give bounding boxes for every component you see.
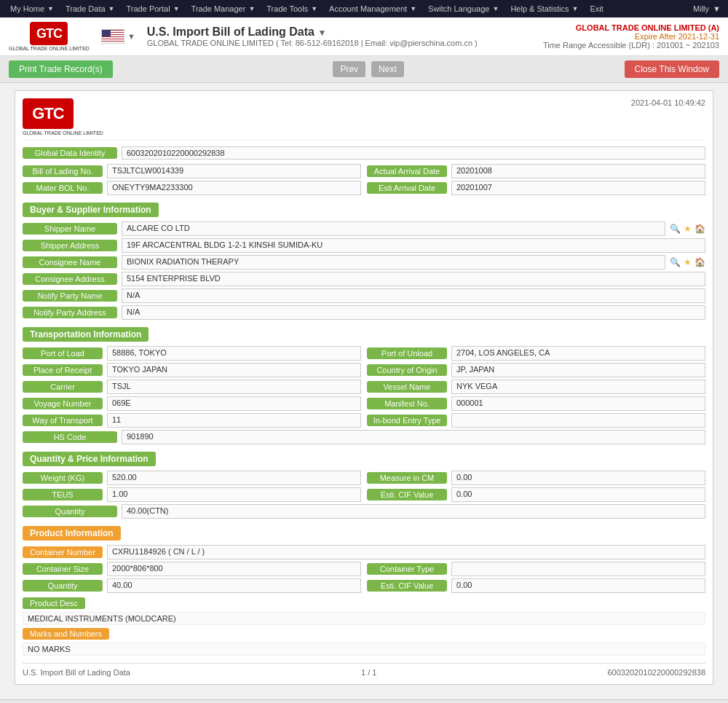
measure-value: 0.00 xyxy=(451,471,705,485)
product-qty-value: 40.00 xyxy=(107,578,361,593)
marks-button[interactable]: Marks and Numbers xyxy=(23,628,109,640)
vessel-label: Vessel Name xyxy=(367,381,447,393)
mater-bol-row: Mater BOL No. ONEYTY9MA2233300 Esti Arri… xyxy=(23,181,705,195)
consignee-home-icon[interactable]: 🏠 xyxy=(695,257,705,267)
print-button[interactable]: Print Trade Record(s) xyxy=(9,60,113,78)
prev-button[interactable]: Prev xyxy=(333,61,365,77)
actual-arrival-value: 20201008 xyxy=(451,164,705,178)
origin-value: JP, JAPAN xyxy=(451,363,705,377)
inbond-col: In-bond Entry Type xyxy=(367,413,705,428)
bottom-action-bar: Print Trade Record(s) Prev Next Close Th… xyxy=(0,699,728,703)
teus-label: TEUS xyxy=(23,489,103,500)
shipper-name-label: Shipper Name xyxy=(23,223,117,235)
receipt-origin-row: Place of Receipt TOKYO JAPAN Country of … xyxy=(23,363,705,377)
voyage-manifest-row: Voyage Number 069E Manifest No. 000001 xyxy=(23,396,705,411)
page-title-area: U.S. Import Bill of Lading Data ▼ GLOBAL… xyxy=(147,25,543,47)
account-company: GLOBAL TRADE ONLINE LIMITED (A) xyxy=(543,23,719,32)
teus-cif-row: TEUS 1.00 Esti. CIF Value 0.00 xyxy=(23,487,705,502)
container-number-button[interactable]: Container Number xyxy=(23,546,103,558)
transport-inbond-row: Way of Transport 11 In-bond Entry Type xyxy=(23,413,705,428)
top-navigation: My Home▼ Trade Data▼ Trade Portal▼ Trade… xyxy=(0,0,728,17)
consignee-search-icon[interactable]: 🔍 xyxy=(670,257,681,267)
time-range: Time Range Accessible (LDR) : 201001 ~ 2… xyxy=(543,41,719,50)
header-bar: GTC GLOBAL TRADE ONLINE LIMITED ▼ U.S. I… xyxy=(0,17,728,56)
teus-col: TEUS 1.00 xyxy=(23,487,361,502)
nav-exit[interactable]: Exit xyxy=(585,0,609,17)
product-cif-col: Esti. CIF Value 0.00 xyxy=(367,578,705,593)
nav-help-statistics[interactable]: Help & Statistics▼ xyxy=(506,0,584,17)
close-button[interactable]: Close This Window xyxy=(625,60,719,78)
consignee-address-label: Consignee Address xyxy=(23,273,117,285)
account-info: GLOBAL TRADE ONLINE LIMITED (A) Expire A… xyxy=(543,23,719,50)
gtc-logo-text: GLOBAL TRADE ONLINE LIMITED xyxy=(9,46,90,51)
nav-switch-language[interactable]: Switch Language▼ xyxy=(424,0,505,17)
inbond-value xyxy=(451,413,705,428)
quantity-price-title: Quantity & Price Information xyxy=(23,452,156,466)
origin-label: Country of Origin xyxy=(367,364,447,376)
receipt-value: TOKYO JAPAN xyxy=(107,363,361,377)
nav-trade-portal[interactable]: Trade Portal▼ xyxy=(122,0,186,17)
notify-party-name-row: Notify Party Name N/A xyxy=(23,288,705,303)
port-unload-value: 2704, LOS ANGELES, CA xyxy=(451,346,705,361)
nav-trade-tools[interactable]: Trade Tools▼ xyxy=(262,0,323,17)
expire-date: Expire After 2021-12-31 xyxy=(543,32,719,41)
notify-party-address-value: N/A xyxy=(122,305,705,320)
next-button[interactable]: Next xyxy=(371,61,404,77)
container-size-type-row: Container Size 2000*806*800 Container Ty… xyxy=(23,562,705,576)
nav-account-management[interactable]: Account Management▼ xyxy=(325,0,422,17)
global-data-identity-value: 6003202010220000292838 xyxy=(122,146,705,160)
esti-cif-col: Esti. CIF Value 0.00 xyxy=(367,487,705,502)
bol-label: Bill of Lading No. xyxy=(23,165,103,177)
shipper-name-icons: 🔍 ★ 🏠 xyxy=(670,224,705,234)
buyer-supplier-title: Buyer & Supplier Information xyxy=(23,203,159,217)
us-flag-icon xyxy=(101,29,124,44)
consignee-star-icon[interactable]: ★ xyxy=(684,257,692,267)
container-type-col: Container Type xyxy=(367,562,705,576)
consignee-address-row: Consignee Address 5154 ENTERPRISE BLVD xyxy=(23,272,705,286)
product-desc-button[interactable]: Product Desc xyxy=(23,597,85,609)
notify-party-address-row: Notify Party Address N/A xyxy=(23,305,705,320)
weight-measure-row: Weight (KG) 520.00 Measure in CM 0.00 xyxy=(23,471,705,485)
container-number-value: CXRU1184926 ( CN / L / ) xyxy=(107,545,705,559)
consignee-name-value: BIONIX RADIATION THERAPY xyxy=(122,255,665,270)
container-number-row: Container Number CXRU1184926 ( CN / L / … xyxy=(23,545,705,559)
nav-trade-data[interactable]: Trade Data▼ xyxy=(61,0,121,17)
gtc-logo-badge: GTC xyxy=(30,22,68,45)
shipper-address-value: 19F ARCACENTRAL BLDG 1-2-1 KINSHI SUMIDA… xyxy=(122,238,705,253)
transportation-title: Transportation Information xyxy=(23,327,149,342)
transport-label: Way of Transport xyxy=(23,415,103,426)
card-footer: U.S. Import Bill of Lading Data 1 / 1 60… xyxy=(23,663,705,677)
main-content: GTC GLOBAL TRADE ONLINE LIMITED 2021-04-… xyxy=(0,83,728,699)
esti-cif-label: Esti. CIF Value xyxy=(367,489,447,500)
shipper-home-icon[interactable]: 🏠 xyxy=(695,224,705,234)
product-qty-col: Quantity 40.00 xyxy=(23,578,361,593)
user-name: Milly ▼ xyxy=(693,4,721,13)
product-qty-label: Quantity xyxy=(23,580,103,592)
marks-area: Marks and Numbers NO MARKS xyxy=(23,628,705,656)
nav-trade-manager[interactable]: Trade Manager▼ xyxy=(187,0,261,17)
measure-col: Measure in CM 0.00 xyxy=(367,471,705,485)
port-load-label: Port of Load xyxy=(23,347,103,359)
shipper-star-icon[interactable]: ★ xyxy=(684,224,692,234)
vessel-value: NYK VEGA xyxy=(451,380,705,394)
bol-col: Bill of Lading No. TSJLTCLW0014339 xyxy=(23,164,361,178)
receipt-label: Place of Receipt xyxy=(23,364,103,376)
bol-value: TSJLTCLW0014339 xyxy=(107,164,361,178)
quantity-price-section: Quantity & Price Information Weight (KG)… xyxy=(23,452,705,519)
carrier-vessel-row: Carrier TSJL Vessel Name NYK VEGA xyxy=(23,380,705,394)
title-arrow: ▼ xyxy=(317,28,326,38)
container-size-col: Container Size 2000*806*800 xyxy=(23,562,361,576)
nav-my-home[interactable]: My Home▼ xyxy=(6,0,60,17)
flag-dropdown[interactable]: ▼ xyxy=(127,32,135,41)
actual-arrival-col: Actual Arrival Date 20201008 xyxy=(367,164,705,178)
container-size-value: 2000*806*800 xyxy=(107,562,361,576)
actual-arrival-label: Actual Arrival Date xyxy=(367,165,447,177)
global-data-identity-label: Global Data Identity xyxy=(23,147,117,159)
inbond-label: In-bond Entry Type xyxy=(367,415,447,426)
card-gtc-badge: GTC xyxy=(23,98,74,129)
transport-value: 11 xyxy=(107,413,361,428)
shipper-search-icon[interactable]: 🔍 xyxy=(670,224,681,234)
port-load-col: Port of Load 58886, TOKYO xyxy=(23,346,361,361)
weight-value: 520.00 xyxy=(107,471,361,485)
manifest-label: Manifest No. xyxy=(367,398,447,409)
